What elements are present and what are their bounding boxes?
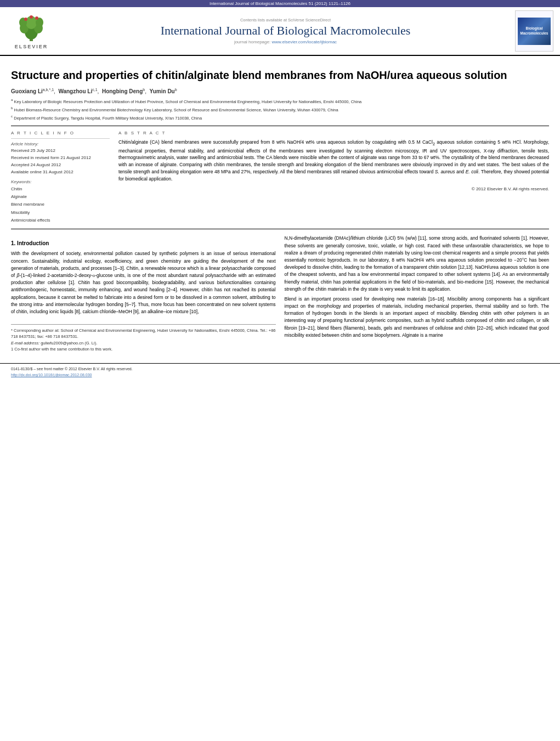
elsevier-logo: ELSEVIER xyxy=(7,13,56,49)
keyword-5: Antimicrobial effects xyxy=(11,217,110,224)
abstract-text: Chitin/alginate (CA) blend membranes wer… xyxy=(118,139,549,182)
bio-macromol-logo: Biological Macromolecules xyxy=(515,10,553,52)
footnote-email: E-mail address: guliwfu2009@yahoo.cn (G.… xyxy=(11,340,276,346)
keyword-2: Alginate xyxy=(11,193,110,201)
footnote-1: * Corresponding author at: School of Che… xyxy=(11,327,276,340)
footnote-area: * Corresponding author at: School of Che… xyxy=(11,324,276,352)
keyword-4: Miscibility xyxy=(11,209,110,217)
introduction-title: 1. Introduction xyxy=(11,239,276,247)
divider-1 xyxy=(11,126,549,126)
journal-topbar: International Journal of Biological Macr… xyxy=(0,0,560,7)
footnote-cofirst: 1 Co-first author with the same contribu… xyxy=(11,346,276,352)
intro-para-1: With the development of society, environ… xyxy=(11,250,276,315)
accepted-date: Accepted 24 August 2012 xyxy=(11,162,110,169)
footer-left: 0141-8130/$ – see front matter © 2012 El… xyxy=(11,366,133,378)
affiliation-c: c Department of Plastic Surgery, Tangdu … xyxy=(11,114,549,121)
keyword-1: Chitin xyxy=(11,185,110,193)
elsevier-label: ELSEVIER xyxy=(15,44,48,49)
journal-title-block: Contents lists available at SciVerse Sci… xyxy=(60,18,511,44)
footer-doi: http://dx.doi.org/10.1016/j.ijbiomac.201… xyxy=(11,372,133,378)
info-divider xyxy=(11,138,110,139)
footer-issn: 0141-8130/$ – see front matter © 2012 El… xyxy=(11,366,133,372)
revised-date: Received in revised form 21 August 2012 xyxy=(11,155,110,162)
elsevier-tree-icon xyxy=(12,13,50,43)
svg-point-7 xyxy=(24,18,27,21)
sciverse-text: Contents lists available at SciVerse Sci… xyxy=(60,18,511,22)
main-text-section: 1. Introduction With the development of … xyxy=(11,235,549,352)
affiliation-a: a Key Laboratory of Biologic Resources P… xyxy=(11,98,549,105)
article-info: A R T I C L E I N F O Article history: R… xyxy=(11,131,110,224)
keywords-title: Keywords: xyxy=(11,179,110,184)
left-column: 1. Introduction With the development of … xyxy=(11,235,276,352)
article-info-title: A R T I C L E I N F O xyxy=(11,131,110,135)
footer-bar: 0141-8130/$ – see front matter © 2012 El… xyxy=(0,363,560,380)
copyright-text: © 2012 Elsevier B.V. All rights reserved… xyxy=(118,186,549,191)
abstract-section: A B S T R A C T Chitin/alginate (CA) ble… xyxy=(118,131,549,224)
divider-2 xyxy=(11,229,549,229)
paper-title: Structure and properties of chitin/algin… xyxy=(11,68,549,82)
svg-point-8 xyxy=(35,16,38,20)
authors-line: Guoxiang Lia,b,*,1, Wangzhou Lic,1, Hong… xyxy=(11,88,549,94)
svg-point-9 xyxy=(30,15,33,19)
online-date: Available online 31 August 2012 xyxy=(11,169,110,176)
journal-title: International Journal of Biological Macr… xyxy=(60,24,511,38)
info-abstract-section: A R T I C L E I N F O Article history: R… xyxy=(11,131,549,224)
journal-homepage: journal homepage: www.elsevier.com/locat… xyxy=(60,39,511,44)
paper-content: Structure and properties of chitin/algin… xyxy=(0,56,560,358)
affiliation-b: b Hubei Biomass-Resource Chemistry and E… xyxy=(11,106,549,113)
history-title: Article history: xyxy=(11,142,110,146)
journal-header: ELSEVIER Contents lists available at Sci… xyxy=(0,7,560,56)
right-column: N,N-dimethylacetamide (DMAc)/lithium chl… xyxy=(285,235,550,352)
abstract-title: A B S T R A C T xyxy=(118,131,549,135)
topbar-text: International Journal of Biological Macr… xyxy=(210,1,350,6)
intro-para-right-1: N,N-dimethylacetamide (DMAc)/lithium chl… xyxy=(285,235,550,292)
intro-para-right-2: Blend is an important process used for d… xyxy=(285,296,550,339)
keywords-list: Chitin Alginate Blend membrane Miscibili… xyxy=(11,185,110,225)
affiliations: a Key Laboratory of Biologic Resources P… xyxy=(11,98,549,121)
homepage-link[interactable]: www.elsevier.com/locate/ijbiomac xyxy=(271,39,337,44)
bio-logo-text: Biological Macromolecules xyxy=(520,26,548,36)
keyword-3: Blend membrane xyxy=(11,201,110,208)
received-date: Received 25 July 2012 xyxy=(11,148,110,155)
